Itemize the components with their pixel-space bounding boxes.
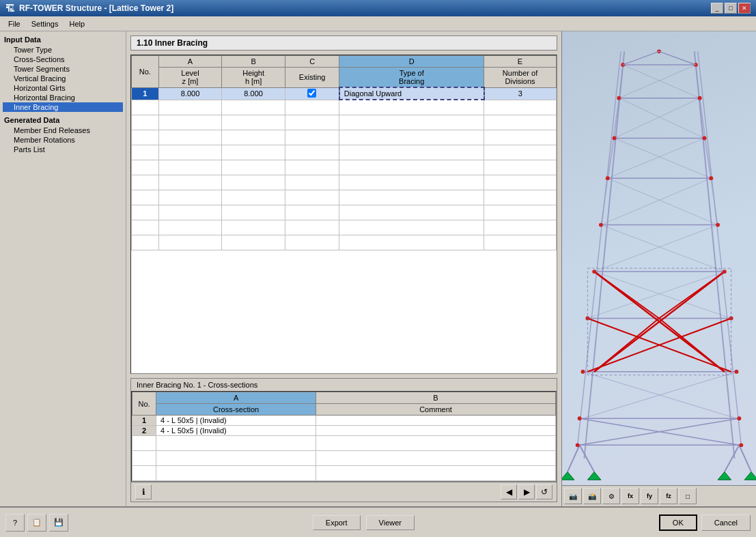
svg-line-44 <box>568 445 580 471</box>
lower-cell-comment-1 <box>316 416 556 426</box>
svg-line-29 <box>594 225 718 272</box>
viewer-button[interactable]: Viewer <box>366 515 415 530</box>
viewer-btn-y[interactable]: fy <box>641 488 658 504</box>
svg-line-3 <box>698 51 742 445</box>
sidebar-item-parts-list[interactable]: Parts List <box>3 145 123 154</box>
table-row-empty <box>132 235 557 250</box>
svg-line-27 <box>601 178 711 224</box>
bottom-center-buttons: Export Viewer <box>313 515 415 530</box>
lower-col-comment: Comment <box>316 404 556 416</box>
col-subheader-divisions: Number ofDivisions <box>484 68 557 88</box>
cell-type: Diagonal Upward <box>339 87 484 100</box>
nav-prev-button[interactable]: ◀ <box>501 484 517 499</box>
sidebar-item-tower-segments[interactable]: Tower Segments <box>3 64 123 74</box>
help-button[interactable]: ? <box>5 514 25 532</box>
lower-cell-cross-1: 4 - L 50x5 | (Invalid) <box>156 416 316 426</box>
lower-toolbar-left: ℹ <box>135 484 152 499</box>
sidebar-item-inner-bracing[interactable]: Inner Bracing <box>3 102 123 112</box>
existing-checkbox[interactable] <box>307 89 316 98</box>
cancel-button[interactable]: Cancel <box>701 514 751 531</box>
col-header-b: B <box>222 56 285 68</box>
export-button[interactable]: Export <box>313 515 361 530</box>
table-row-empty <box>132 160 557 175</box>
menu-settings[interactable]: Settings <box>26 18 64 29</box>
table-row-empty <box>132 115 557 130</box>
save-button[interactable]: 💾 <box>49 514 68 532</box>
sidebar-item-vertical-bracing[interactable]: Vertical Bracing <box>3 74 123 83</box>
svg-line-20 <box>623 65 699 98</box>
col-header-no: No. <box>132 56 159 88</box>
ok-button[interactable]: OK <box>659 514 697 531</box>
lower-cell-cross-2: 4 - L 50x5 | (Invalid) <box>156 426 316 436</box>
col-subheader-type: Type ofBracing <box>339 68 484 88</box>
sidebar: Input Data Tower Type Cross-Sections Tow… <box>0 31 126 506</box>
svg-marker-51 <box>744 471 756 480</box>
window-controls: _ □ ✕ <box>711 3 751 14</box>
table-row-empty <box>132 220 557 235</box>
viewer-btn-x[interactable]: fx <box>621 488 639 504</box>
col-header-d: D <box>339 56 484 68</box>
lower-col-a: A <box>156 392 316 404</box>
cell-no: 1 <box>132 87 159 100</box>
viewer-btn-z[interactable]: fz <box>660 488 677 504</box>
viewer-btn-camera2[interactable]: 📸 <box>583 488 601 504</box>
svg-point-56 <box>613 136 617 141</box>
cell-level: 8.000 <box>158 87 222 100</box>
svg-point-61 <box>716 223 720 227</box>
copy-button[interactable]: 📋 <box>27 514 46 532</box>
lower-section: Inner Bracing No. 1 - Cross-sections No.… <box>130 378 557 502</box>
svg-line-47 <box>725 445 740 471</box>
cross-sections-table: No. A B Cross-section Comment 1 4 - L 50… <box>132 392 556 481</box>
lower-table-container: No. A B Cross-section Comment 1 4 - L 50… <box>131 391 557 482</box>
info-button[interactable]: ℹ <box>135 484 152 499</box>
minimize-button[interactable]: _ <box>711 3 723 14</box>
svg-line-25 <box>608 138 705 178</box>
lower-table-row-empty <box>132 466 556 481</box>
sidebar-item-member-rotations[interactable]: Member Rotations <box>3 135 123 145</box>
menu-bar: File Settings Help <box>0 16 756 31</box>
svg-point-62 <box>592 270 596 274</box>
close-button[interactable]: ✕ <box>738 3 751 14</box>
svg-line-36 <box>594 319 659 372</box>
viewer-toolbar: 📷 📸 ⚙ fx fy fz □ <box>562 485 756 506</box>
lower-toolbar: ℹ ◀ ▶ ↺ <box>131 482 557 502</box>
svg-marker-49 <box>587 471 601 480</box>
sidebar-item-horizontal-bracing[interactable]: Horizontal Bracing <box>3 93 123 102</box>
cell-existing[interactable] <box>285 87 339 100</box>
viewer-panel: 📷 📸 ⚙ fx fy fz □ <box>561 31 756 506</box>
nav-refresh-button[interactable]: ↺ <box>536 484 552 499</box>
table-row[interactable]: 1 8.000 8.000 Diagonal Upward 3 <box>132 87 557 100</box>
menu-file[interactable]: File <box>3 18 26 29</box>
svg-line-37 <box>659 319 725 372</box>
svg-point-70 <box>576 443 580 447</box>
svg-point-66 <box>581 370 585 374</box>
maximize-button[interactable]: □ <box>725 3 737 14</box>
cell-divisions: 3 <box>484 87 557 100</box>
svg-line-18 <box>601 138 615 224</box>
viewer-btn-box[interactable]: □ <box>679 488 697 504</box>
table-row-empty <box>132 175 557 190</box>
svg-point-67 <box>735 370 739 374</box>
col-header-e: E <box>484 56 557 68</box>
sidebar-item-tower-type[interactable]: Tower Type <box>3 45 123 55</box>
viewer-btn-camera1[interactable]: 📷 <box>564 488 582 504</box>
nav-next-button[interactable]: ▶ <box>518 484 535 499</box>
sidebar-item-cross-sections[interactable]: Cross-Sections <box>3 55 123 64</box>
menu-help[interactable]: Help <box>64 18 90 29</box>
col-header-a: A <box>158 56 222 68</box>
sidebar-item-horizontal-girts[interactable]: Horizontal Girts <box>3 83 123 93</box>
svg-line-28 <box>601 225 725 272</box>
inner-bracing-table: No. A B C D E Levelz [m] Heighth [m] Exi… <box>131 55 557 250</box>
svg-point-60 <box>599 223 603 227</box>
window-title: RF-TOWER Structure - [Lattice Tower 2] <box>19 3 173 13</box>
app-icon: 🏗 <box>5 3 15 14</box>
viewer-btn-settings[interactable]: ⚙ <box>602 488 620 504</box>
lower-toolbar-nav: ◀ ▶ ↺ <box>501 484 552 499</box>
svg-line-34 <box>594 272 659 318</box>
sidebar-item-member-end-releases[interactable]: Member End Releases <box>3 126 123 135</box>
lower-cell-no-1: 1 <box>132 416 156 426</box>
lower-table-row[interactable]: 1 4 - L 50x5 | (Invalid) <box>132 416 556 426</box>
svg-point-57 <box>703 136 707 141</box>
svg-line-24 <box>614 138 711 178</box>
lower-table-row[interactable]: 2 4 - L 50x5 | (Invalid) <box>132 426 556 436</box>
